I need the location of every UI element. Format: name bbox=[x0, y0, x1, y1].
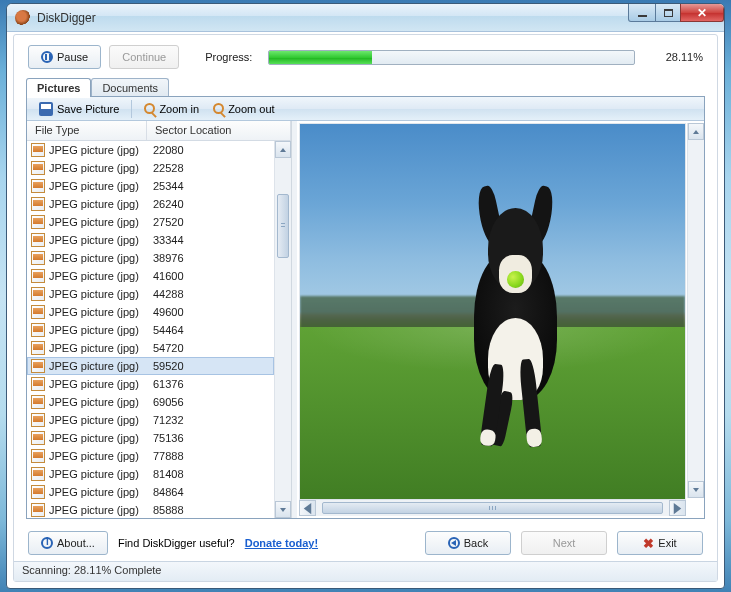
preview-hscroll-track[interactable] bbox=[316, 500, 669, 516]
row-filetype: JPEG picture (jpg) bbox=[49, 162, 149, 174]
progress-percent: 28.11% bbox=[651, 51, 703, 63]
table-row[interactable]: JPEG picture (jpg)59520 bbox=[27, 357, 274, 375]
jpeg-file-icon bbox=[31, 431, 45, 445]
zoom-out-label: Zoom out bbox=[228, 103, 274, 115]
panel-toolbar: Save Picture Zoom in Zoom out bbox=[27, 97, 704, 121]
scroll-track[interactable] bbox=[275, 158, 291, 501]
app-icon bbox=[15, 10, 31, 26]
next-button[interactable]: Next bbox=[521, 531, 607, 555]
table-row[interactable]: JPEG picture (jpg)27520 bbox=[27, 213, 274, 231]
row-sector: 69056 bbox=[149, 396, 274, 408]
pause-button[interactable]: Pause bbox=[28, 45, 101, 69]
row-sector: 22080 bbox=[149, 144, 274, 156]
pause-icon bbox=[41, 51, 53, 63]
row-sector: 54720 bbox=[149, 342, 274, 354]
minimize-icon bbox=[638, 15, 647, 17]
scroll-thumb[interactable] bbox=[277, 194, 289, 258]
zoom-in-label: Zoom in bbox=[159, 103, 199, 115]
preview-scroll-down[interactable] bbox=[688, 481, 704, 498]
exit-button[interactable]: ✖ Exit bbox=[617, 531, 703, 555]
row-sector: 26240 bbox=[149, 198, 274, 210]
info-icon bbox=[41, 537, 53, 549]
row-filetype: JPEG picture (jpg) bbox=[49, 360, 149, 372]
table-row[interactable]: JPEG picture (jpg)75136 bbox=[27, 429, 274, 447]
col-filetype[interactable]: File Type bbox=[27, 121, 147, 140]
jpeg-file-icon bbox=[31, 179, 45, 193]
minimize-button[interactable] bbox=[628, 4, 656, 22]
about-button[interactable]: About... bbox=[28, 531, 108, 555]
table-row[interactable]: JPEG picture (jpg)49600 bbox=[27, 303, 274, 321]
preview-hscroll-thumb[interactable] bbox=[322, 502, 663, 514]
next-label: Next bbox=[553, 537, 576, 549]
list-vscrollbar[interactable] bbox=[274, 141, 291, 518]
tab-panel-pictures: Save Picture Zoom in Zoom out File Type … bbox=[26, 97, 705, 519]
row-filetype: JPEG picture (jpg) bbox=[49, 252, 149, 264]
preview-scroll-left[interactable] bbox=[299, 500, 316, 516]
table-row[interactable]: JPEG picture (jpg)54464 bbox=[27, 321, 274, 339]
table-row[interactable]: JPEG picture (jpg)33344 bbox=[27, 231, 274, 249]
jpeg-file-icon bbox=[31, 251, 45, 265]
jpeg-file-icon bbox=[31, 287, 45, 301]
table-row[interactable]: JPEG picture (jpg)69056 bbox=[27, 393, 274, 411]
tab-pictures[interactable]: Pictures bbox=[26, 78, 91, 97]
donate-link[interactable]: Donate today! bbox=[245, 537, 318, 549]
tab-documents[interactable]: Documents bbox=[91, 78, 169, 97]
row-sector: 49600 bbox=[149, 306, 274, 318]
back-button[interactable]: Back bbox=[425, 531, 511, 555]
table-row[interactable]: JPEG picture (jpg)81408 bbox=[27, 465, 274, 483]
zoom-in-button[interactable]: Zoom in bbox=[138, 101, 205, 117]
jpeg-file-icon bbox=[31, 233, 45, 247]
table-row[interactable]: JPEG picture (jpg)38976 bbox=[27, 249, 274, 267]
table-row[interactable]: JPEG picture (jpg)22080 bbox=[27, 141, 274, 159]
exit-icon: ✖ bbox=[643, 537, 654, 550]
content-split: File Type Sector Location JPEG picture (… bbox=[27, 121, 704, 518]
progress-bar bbox=[268, 50, 635, 65]
list-rows: JPEG picture (jpg)22080JPEG picture (jpg… bbox=[27, 141, 274, 518]
table-row[interactable]: JPEG picture (jpg)41600 bbox=[27, 267, 274, 285]
table-row[interactable]: JPEG picture (jpg)77888 bbox=[27, 447, 274, 465]
app-window: DiskDigger ✕ Pause Continue Progress: 28… bbox=[6, 3, 725, 589]
save-icon bbox=[39, 102, 53, 116]
row-sector: 61376 bbox=[149, 378, 274, 390]
window-controls: ✕ bbox=[629, 4, 724, 22]
table-row[interactable]: JPEG picture (jpg)84864 bbox=[27, 483, 274, 501]
row-filetype: JPEG picture (jpg) bbox=[49, 342, 149, 354]
preview-hscrollbar[interactable] bbox=[299, 499, 686, 516]
row-filetype: JPEG picture (jpg) bbox=[49, 234, 149, 246]
scroll-down-button[interactable] bbox=[275, 501, 291, 518]
row-sector: 38976 bbox=[149, 252, 274, 264]
table-row[interactable]: JPEG picture (jpg)85888 bbox=[27, 501, 274, 518]
continue-button[interactable]: Continue bbox=[109, 45, 179, 69]
zoom-out-button[interactable]: Zoom out bbox=[207, 101, 280, 117]
titlebar[interactable]: DiskDigger ✕ bbox=[7, 4, 724, 32]
row-sector: 54464 bbox=[149, 324, 274, 336]
close-button[interactable]: ✕ bbox=[680, 4, 724, 22]
list-header: File Type Sector Location bbox=[27, 121, 291, 141]
row-sector: 25344 bbox=[149, 180, 274, 192]
maximize-button[interactable] bbox=[655, 4, 681, 22]
save-picture-button[interactable]: Save Picture bbox=[33, 100, 125, 118]
preview-scroll-right[interactable] bbox=[669, 500, 686, 516]
table-row[interactable]: JPEG picture (jpg)25344 bbox=[27, 177, 274, 195]
progress-label: Progress: bbox=[205, 51, 252, 63]
jpeg-file-icon bbox=[31, 395, 45, 409]
scroll-up-button[interactable] bbox=[275, 141, 291, 158]
table-row[interactable]: JPEG picture (jpg)44288 bbox=[27, 285, 274, 303]
exit-label: Exit bbox=[658, 537, 676, 549]
preview-vscrollbar[interactable] bbox=[687, 123, 704, 498]
table-row[interactable]: JPEG picture (jpg)71232 bbox=[27, 411, 274, 429]
preview-scroll-up[interactable] bbox=[688, 123, 704, 140]
row-sector: 41600 bbox=[149, 270, 274, 282]
client-area: Pause Continue Progress: 28.11% Pictures… bbox=[13, 34, 718, 582]
jpeg-file-icon bbox=[31, 269, 45, 283]
progress-fill bbox=[269, 51, 372, 64]
table-row[interactable]: JPEG picture (jpg)22528 bbox=[27, 159, 274, 177]
jpeg-file-icon bbox=[31, 485, 45, 499]
table-row[interactable]: JPEG picture (jpg)61376 bbox=[27, 375, 274, 393]
table-row[interactable]: JPEG picture (jpg)26240 bbox=[27, 195, 274, 213]
jpeg-file-icon bbox=[31, 341, 45, 355]
top-row: Pause Continue Progress: 28.11% bbox=[14, 35, 717, 75]
table-row[interactable]: JPEG picture (jpg)54720 bbox=[27, 339, 274, 357]
col-sector[interactable]: Sector Location bbox=[147, 121, 291, 140]
toolbar-separator bbox=[131, 100, 132, 118]
